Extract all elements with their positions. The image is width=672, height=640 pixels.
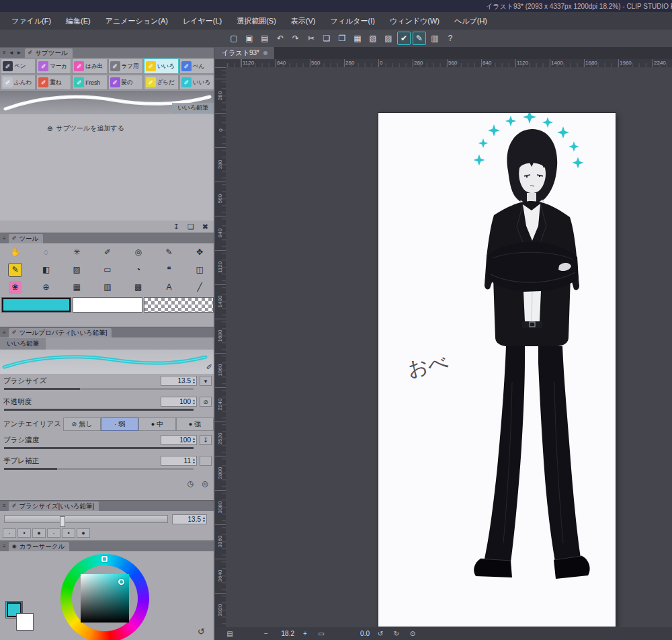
param-slider[interactable] [4,447,194,449]
new-file-button[interactable]: ▢ [227,32,241,45]
ruler-tool[interactable]: ╱ [184,278,215,296]
deselect-button[interactable]: ▧ [366,32,380,45]
brush-pen[interactable]: ✐ ペン [1,58,36,74]
param-stepper[interactable]: ▴▾ [193,437,195,444]
panel-menu-icon[interactable]: ≡ [3,235,6,241]
pen-select-tool[interactable]: ✎ [154,243,185,261]
fit-to-window-button[interactable]: ▭ [316,629,327,639]
zoom-out-button[interactable]: − [261,629,271,639]
undo-button[interactable]: ↶ [274,32,287,45]
zoom-tool[interactable]: ◎ [123,243,154,261]
decoration-tool[interactable]: ❀ [0,278,31,296]
redo-button[interactable]: ↷ [289,32,302,45]
edit-stroke-icon[interactable]: ✐ [206,363,212,372]
brush-size-stepper[interactable]: ▴▾ [203,516,205,523]
frame-tool[interactable]: ▥ [92,278,123,296]
antialias-none[interactable]: ⊘ 無し [63,417,101,431]
panel-menu-icon[interactable]: ≡ [3,50,6,56]
size-preset-button[interactable]: • [62,528,75,538]
text-tool[interactable]: A [154,278,185,296]
sub-color-swatch[interactable] [73,297,142,313]
reset-color-icon[interactable]: ↺ [198,627,205,637]
panel-menu-icon[interactable]: ≡ [3,543,6,549]
brush-kasane[interactable]: ✐ 重ね [36,75,71,90]
paste-button[interactable]: ❐ [335,32,349,45]
size-preset-button[interactable]: · [3,528,16,538]
color-wheel[interactable] [60,554,149,640]
brush-rough[interactable]: ✐ ラフ用 [108,58,143,74]
pattern-tool[interactable]: ▦ [61,278,92,296]
brush-kami[interactable]: ✐ 髪の [108,75,143,90]
prev-icon[interactable]: ◄ [9,50,14,56]
size-preset-button[interactable]: ● [32,528,46,538]
open-file-button[interactable]: ▣ [243,32,256,45]
size-preset-button[interactable]: • [17,528,31,538]
menu-item[interactable]: 選択範囲(S) [229,12,284,30]
size-preset-button[interactable]: ● [77,528,90,538]
zoom-in-button[interactable]: + [300,629,310,639]
eraser-tool[interactable]: ◫ [184,261,215,278]
menu-item[interactable]: 編集(E) [58,12,98,30]
rotation-value[interactable]: 0.0 [352,630,370,637]
tool-panel-tab[interactable]: ✐ ツール [9,234,44,243]
brush-zarada[interactable]: ✐ ざらだ [144,75,179,90]
menu-item[interactable]: アニメーション(A) [98,12,175,30]
grid-tool[interactable]: ▩ [123,278,154,296]
brush-size-slider[interactable] [4,515,168,523]
balloon-tool[interactable]: ❝ [154,261,185,278]
brush-size-slider-handle[interactable] [60,516,65,527]
cut-button[interactable]: ✂ [304,32,318,45]
param-extra-button[interactable]: ▾ [200,376,212,386]
gradient-tool[interactable]: ▨ [61,261,92,278]
hue-marker[interactable] [101,556,108,562]
select-all-button[interactable]: ▦ [351,32,364,45]
param-value-box[interactable]: 11 ▴▾ [161,456,197,466]
rotate-left-button[interactable]: ↺ [375,629,386,639]
tool-property-tab[interactable]: ✐ ツールプロパティ[いいろ鉛筆] [9,328,112,337]
add-subtool-button[interactable]: ⊕ サブツールを追加する [0,114,215,133]
brush-hamidashi[interactable]: ✐ はみ出 [72,58,107,74]
drawing-canvas[interactable]: おべ [378,113,616,627]
wand-tool[interactable]: ✳ [61,243,92,261]
param-value-box[interactable]: 13.5 ▴▾ [161,376,197,386]
color-panel-sub-swatch[interactable] [16,613,34,631]
zoom-value[interactable]: 18.2 [277,630,294,637]
duplicate-subtool-icon[interactable]: ❏ [187,223,194,231]
pen-tool[interactable]: ✎ [0,261,31,278]
antialias-middle[interactable]: ● 中 [138,417,176,431]
import-subtool-icon[interactable]: ↧ [173,223,179,231]
help-button[interactable]: ? [444,32,457,45]
brush-funwa[interactable]: ✐ ふんわ [1,75,36,90]
brush-size-value-box[interactable]: 13.5 ▴▾ [172,514,207,524]
menu-item[interactable]: 表示(V) [284,12,323,30]
canvas-viewport[interactable]: おべ [226,67,672,627]
param-extra-button[interactable]: ↧ [200,435,212,445]
lasso-tool[interactable]: ◌ [31,243,62,261]
menu-item[interactable]: フィルター(I) [323,12,382,30]
subtool-panel-tab[interactable]: ✐ サブツール [25,48,73,58]
param-slider[interactable] [4,468,194,470]
register-settings-icon[interactable]: ◎ [202,479,208,488]
param-value-box[interactable]: 100 ▴▾ [161,435,197,445]
param-stepper[interactable]: ▴▾ [193,378,195,385]
size-preset-button[interactable]: · [47,528,60,538]
menu-item[interactable]: ヘルプ(H) [447,12,495,30]
blend-tool[interactable]: ◔ [123,261,154,278]
collapse-panel-icon[interactable]: ▤ [224,629,235,639]
snap-to-special-ruler-button[interactable]: ✎ [413,32,426,45]
fill-tool[interactable]: ◧ [31,261,62,278]
antialias-strong[interactable]: ● 強 [176,417,214,431]
brush-size-panel-tab[interactable]: ✐ ブラシサイズ[いいろ鉛筆] [9,502,99,511]
next-icon[interactable]: ► [17,50,22,56]
panel-menu-icon[interactable]: ≡ [3,329,6,335]
menu-item[interactable]: ウィンドウ(W) [382,12,447,30]
param-slider[interactable] [4,388,194,390]
color-panel-tab[interactable]: ◉ カラーサークル [9,542,70,551]
brush-iiro[interactable]: ✐ いいろ [144,58,179,74]
main-color-swatch[interactable] [1,297,71,313]
param-extra-button[interactable]: ⊘ [200,397,212,407]
param-slider[interactable] [4,409,194,411]
antialias-weak[interactable]: · 弱 [101,417,138,431]
correction-tool[interactable]: ⊕ [31,278,62,296]
param-stepper[interactable]: ▴▾ [193,458,195,465]
